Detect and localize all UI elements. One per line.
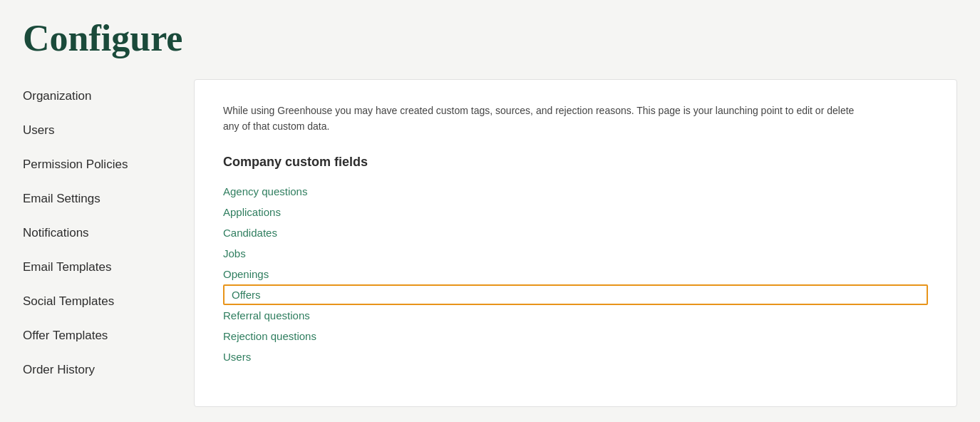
sidebar-item-email-settings[interactable]: Email Settings bbox=[23, 182, 194, 216]
sidebar-item-permission-policies[interactable]: Permission Policies bbox=[23, 148, 194, 182]
sidebar-item-organization[interactable]: Organization bbox=[23, 79, 194, 113]
sidebar-item-offer-templates[interactable]: Offer Templates bbox=[23, 319, 194, 353]
content-link-openings[interactable]: Openings bbox=[223, 264, 928, 284]
content-link-jobs[interactable]: Jobs bbox=[223, 243, 928, 264]
page-container: Configure OrganizationUsersPermission Po… bbox=[0, 0, 980, 407]
sidebar-item-social-templates[interactable]: Social Templates bbox=[23, 284, 194, 319]
content-link-agency-questions[interactable]: Agency questions bbox=[223, 181, 928, 202]
content-link-users[interactable]: Users bbox=[223, 346, 928, 367]
content-link-referral-questions[interactable]: Referral questions bbox=[223, 305, 928, 326]
content-link-offers[interactable]: Offers bbox=[223, 284, 928, 305]
content-link-candidates[interactable]: Candidates bbox=[223, 222, 928, 243]
sidebar-item-notifications[interactable]: Notifications bbox=[23, 216, 194, 250]
sidebar-item-order-history[interactable]: Order History bbox=[23, 353, 194, 387]
sidebar-item-users[interactable]: Users bbox=[23, 113, 194, 148]
main-content: While using Greenhouse you may have crea… bbox=[194, 79, 957, 407]
sidebar: OrganizationUsersPermission PoliciesEmai… bbox=[23, 79, 194, 407]
content-link-rejection-questions[interactable]: Rejection questions bbox=[223, 326, 928, 346]
section-title: Company custom fields bbox=[223, 155, 928, 170]
links-list: Agency questionsApplicationsCandidatesJo… bbox=[223, 181, 928, 367]
description-text: While using Greenhouse you may have crea… bbox=[223, 103, 865, 135]
sidebar-item-email-templates[interactable]: Email Templates bbox=[23, 250, 194, 284]
content-link-applications[interactable]: Applications bbox=[223, 202, 928, 222]
page-title: Configure bbox=[23, 17, 957, 59]
content-area: OrganizationUsersPermission PoliciesEmai… bbox=[23, 79, 957, 407]
